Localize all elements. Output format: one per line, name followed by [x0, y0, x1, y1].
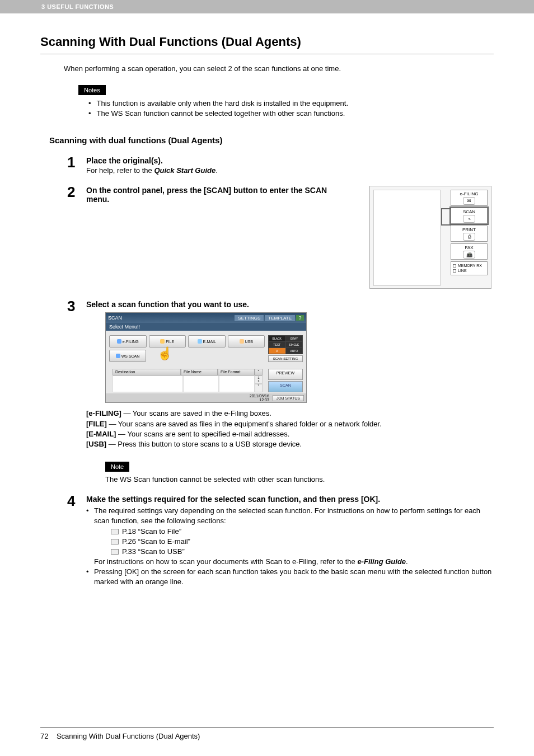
panel-indicators: MEMORY RX LINE: [451, 261, 488, 275]
book-icon: [111, 529, 119, 534]
scan-title: SCAN: [108, 315, 122, 321]
label: WS SCAN: [121, 354, 140, 358]
bullet-item: The required settings vary depending on …: [86, 506, 494, 567]
page-footer: 72 Scanning With Dual Functions (Dual Ag…: [40, 727, 494, 740]
label: E-MAIL: [203, 340, 216, 344]
square-icon: [453, 264, 456, 267]
step-4: 4 Make the settings required for the sel…: [67, 494, 494, 588]
label: FAX: [465, 245, 473, 250]
mode-zero: 0: [269, 348, 285, 354]
ref-line: P.26 “Scan to E-mail”: [111, 537, 494, 547]
scan-subtitle: Select Menu!!: [106, 323, 306, 331]
col-filename: File Name: [181, 369, 218, 375]
page-number: 72: [40, 732, 48, 740]
step-number: 4: [67, 494, 86, 508]
text: The required settings vary depending on …: [94, 506, 480, 525]
note-item: This function is available only when the…: [88, 98, 494, 109]
function-definitions: [e-FILING] — Your scans are saved in the…: [86, 408, 494, 449]
label: e-FILING: [123, 340, 139, 344]
label: SCAN: [463, 209, 475, 214]
page-title: Scanning With Dual Functions (Dual Agent…: [40, 35, 494, 54]
step-2: 2 On the control panel, press the [SCAN]…: [67, 185, 494, 289]
mode-grid: BLACK GRAY TEXT SINGLE 0 AUTO: [268, 335, 303, 354]
mode-single: SINGLE: [286, 342, 303, 348]
chapter-label: 3 USEFUL FUNCTIONS: [41, 3, 114, 10]
step-title: On the control panel, press the [SCAN] b…: [86, 186, 347, 204]
panel-print-button: PRINT ⎙: [451, 226, 488, 242]
guide-name: Quick Start Guide: [154, 166, 216, 175]
preview-button: PREVIEW: [268, 369, 303, 380]
page-indicator: 1 1: [255, 375, 263, 384]
usb-option: USB: [228, 335, 265, 348]
scroll-up-icon: ˄: [255, 369, 263, 375]
panel-screen: [373, 190, 441, 286]
cell-fileformat: [219, 375, 255, 392]
text: For help, refer to the: [86, 166, 154, 175]
step4-list: The required settings vary depending on …: [86, 506, 494, 588]
label: USB: [245, 340, 253, 344]
email-option: E-MAIL: [188, 335, 226, 348]
help-button: ?: [296, 315, 304, 321]
note-text: The WS Scan function cannot be selected …: [105, 475, 494, 483]
efiling-icon: ✉: [463, 197, 475, 205]
step-number: 1: [67, 155, 86, 170]
note-badge: Note: [105, 462, 129, 472]
ref-line: P.33 “Scan to USB”: [111, 547, 494, 557]
label: e-FILING: [460, 191, 479, 196]
cell-filename: [183, 375, 219, 392]
mode-auto: AUTO: [286, 348, 303, 354]
def-label: [FILE]: [86, 420, 107, 428]
label: FILE: [166, 340, 174, 344]
fax-icon: 📠: [463, 251, 475, 259]
notes-badge: Notes: [78, 85, 106, 95]
col-fileformat: File Format: [218, 369, 255, 375]
scan-titlebar: SCAN SETTINGS TEMPLATE ?: [106, 313, 306, 323]
panel-efiling-button: e-FILING ✉: [451, 190, 488, 206]
mode-black: BLACK: [269, 336, 285, 341]
sub-text: For instructions on how to scan your doc…: [94, 557, 494, 567]
col-destination: Destination: [113, 369, 181, 375]
step-number: 3: [67, 299, 86, 313]
step-title: Place the original(s).: [86, 156, 494, 165]
panel-fax-button: FAX 📠: [451, 243, 488, 260]
text: .: [216, 166, 218, 175]
def-text: — Your scans are saved in the e-Filing b…: [121, 409, 271, 417]
text: For instructions on how to scan your doc…: [94, 557, 357, 566]
scan-action-button: SCAN: [268, 381, 303, 392]
timestamp: 2011/05/16 12:33: [250, 394, 269, 402]
ref-text: P.26 “Scan to E-mail”: [122, 537, 190, 547]
label: PRINT: [462, 227, 476, 232]
page-content: Scanning With Dual Functions (Dual Agent…: [0, 35, 534, 588]
bullet-item: Pressing [OK] on the screen for each sca…: [86, 567, 494, 587]
file-icon: [160, 339, 165, 344]
sub-heading: Scanning with dual functions (Dual Agent…: [49, 135, 494, 145]
ref-text: P.33 “Scan to USB”: [122, 547, 185, 557]
step-desc: For help, refer to the Quick Start Guide…: [86, 166, 494, 175]
mode-text: TEXT: [269, 342, 285, 348]
notes-list: This function is available only when the…: [88, 98, 494, 119]
def-text: — Press this button to store scans to a …: [106, 440, 302, 448]
panel-buttons: e-FILING ✉ SCAN ⌁ PRINT ⎙ FAX 📠: [451, 190, 488, 275]
cell-destination: [113, 375, 183, 392]
efiling-option: e-FILING: [109, 335, 147, 348]
email-icon: [198, 339, 202, 344]
efiling-icon: [117, 339, 121, 344]
step-number: 2: [67, 185, 86, 199]
book-icon: [111, 549, 119, 555]
usb-icon: [240, 339, 244, 344]
settings-button: SETTINGS: [235, 315, 264, 321]
footer-title: Scanning With Dual Functions (Dual Agent…: [57, 732, 200, 740]
label: LINE: [458, 268, 467, 273]
scan-menu-screenshot: SCAN SETTINGS TEMPLATE ? Select Menu!! e…: [105, 312, 307, 403]
step-title: Make the settings required for the selec…: [86, 495, 494, 504]
template-button: TEMPLATE: [265, 315, 295, 321]
step-3: 3 Select a scan function that you want t…: [67, 299, 494, 483]
mode-gray: GRAY: [286, 336, 303, 341]
square-icon: [453, 269, 456, 273]
scan-main-area: e-FILING FILE E-MAIL USB WS SCAN BLACK G…: [106, 331, 306, 369]
def-label: [e-FILING]: [86, 409, 121, 417]
chapter-header: 3 USEFUL FUNCTIONS: [0, 0, 534, 13]
label: MEMORY RX: [458, 263, 482, 268]
scan-setting-button: SCAN SETTING: [268, 355, 303, 362]
panel-scan-button: SCAN ⌁: [451, 208, 488, 224]
